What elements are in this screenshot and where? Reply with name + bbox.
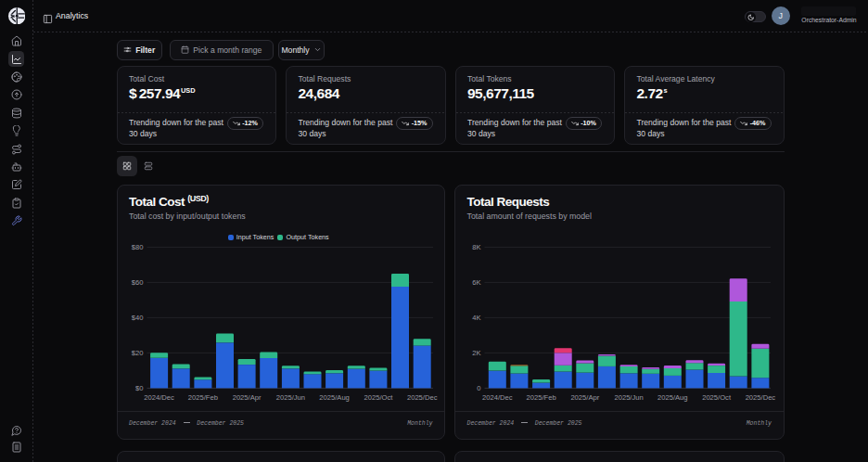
svg-text:$80: $80	[131, 243, 143, 251]
svg-text:0: 0	[477, 384, 480, 392]
svg-text:2K: 2K	[472, 349, 480, 357]
svg-text:2025/Dec: 2025/Dec	[746, 393, 776, 402]
svg-text:2025/Jun: 2025/Jun	[614, 393, 643, 402]
svg-text:2025/Aug: 2025/Aug	[657, 393, 688, 402]
svg-text:2025/Oct: 2025/Oct	[702, 393, 732, 402]
svg-text:2025/Dec: 2025/Dec	[406, 393, 437, 402]
svg-text:2025/Jun: 2025/Jun	[275, 393, 304, 402]
svg-text:2024/Dec: 2024/Dec	[482, 393, 513, 402]
svg-text:2025/Oct: 2025/Oct	[364, 393, 393, 402]
svg-text:2025/Apr: 2025/Apr	[232, 393, 261, 402]
svg-text:2025/Feb: 2025/Feb	[187, 393, 217, 402]
svg-text:2025/Apr: 2025/Apr	[570, 393, 599, 402]
svg-text:4K: 4K	[472, 314, 480, 322]
svg-text:6K: 6K	[472, 278, 480, 287]
svg-text:$40: $40	[131, 314, 143, 322]
svg-text:$60: $60	[131, 278, 143, 287]
svg-text:8K: 8K	[472, 243, 480, 251]
svg-text:2025/Feb: 2025/Feb	[527, 393, 556, 402]
svg-text:$20: $20	[131, 349, 143, 357]
svg-text:2025/Aug: 2025/Aug	[319, 393, 350, 402]
svg-text:$0: $0	[135, 384, 143, 392]
svg-text:2024/Dec: 2024/Dec	[144, 393, 174, 402]
